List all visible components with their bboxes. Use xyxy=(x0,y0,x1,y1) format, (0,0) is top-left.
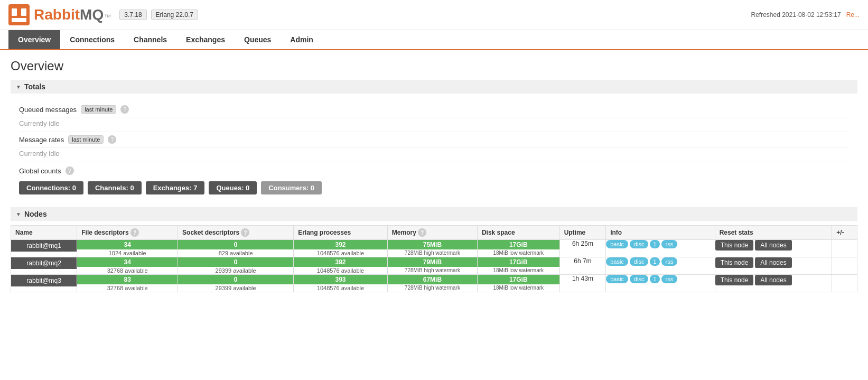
reset-all-nodes[interactable]: All nodes xyxy=(755,257,791,268)
table-row: rabbit@mq2 34 32768 available 0 29399 av… xyxy=(11,257,857,275)
memory-value: 79MiB xyxy=(388,257,477,267)
info-cell: basic disc 1 rss xyxy=(606,275,715,292)
queued-messages-row: Queued messages last minute ? xyxy=(19,102,849,117)
queued-messages-badge: last minute xyxy=(81,105,116,114)
nodes-arrow: ▼ xyxy=(16,211,21,217)
disk-cell: 17GiB 18MiB low watermark xyxy=(477,240,559,257)
reset-this-node[interactable]: This node xyxy=(715,275,754,285)
socket-desc-available: 29399 available xyxy=(178,284,293,292)
nav-admin[interactable]: Admin xyxy=(281,30,323,49)
channels-count[interactable]: Channels: 0 xyxy=(88,181,142,194)
svg-rect-4 xyxy=(17,12,21,16)
socket-desc-value: 0 xyxy=(178,240,293,249)
info-disc[interactable]: disc xyxy=(630,275,649,283)
message-rates-help[interactable]: ? xyxy=(108,135,116,144)
node-name: rabbit@mq2 xyxy=(11,257,77,269)
connections-count[interactable]: Connections: 0 xyxy=(19,181,83,194)
file-desc-cell: 34 1024 available xyxy=(77,240,178,257)
col-memory: Memory ? xyxy=(387,226,477,240)
erlang-value: 392 xyxy=(294,240,387,249)
global-counts-help[interactable]: ? xyxy=(66,166,74,175)
reset-all-nodes[interactable]: All nodes xyxy=(755,275,791,285)
disk-watermark: 18MiB low watermark xyxy=(478,267,559,274)
disk-value: 17GiB xyxy=(478,240,559,249)
col-reset: Reset stats xyxy=(715,226,832,240)
reset-this-node[interactable]: This node xyxy=(715,257,754,268)
col-info: Info xyxy=(606,226,715,240)
info-disc[interactable]: disc xyxy=(630,240,649,248)
table-row: rabbit@mq1 34 1024 available 0 829 avail… xyxy=(11,240,857,257)
message-rates-badge: last minute xyxy=(68,135,104,144)
currently-idle-1: Currently idle xyxy=(19,117,849,132)
socket-desc-value: 0 xyxy=(178,275,293,284)
nav-overview[interactable]: Overview xyxy=(8,30,60,49)
logo-text: RabbitMQ™ xyxy=(34,6,111,23)
reset-this-node[interactable]: This node xyxy=(715,240,754,251)
file-desc-help[interactable]: ? xyxy=(130,228,139,237)
table-row: rabbit@mq3 83 32768 available 0 29399 av… xyxy=(11,275,857,292)
file-desc-available: 32768 available xyxy=(77,284,178,292)
nav-connections[interactable]: Connections xyxy=(60,30,124,49)
svg-rect-1 xyxy=(12,8,17,16)
nav-queues[interactable]: Queues xyxy=(235,30,281,49)
svg-rect-3 xyxy=(12,18,26,22)
memory-help[interactable]: ? xyxy=(418,228,426,237)
refresh-link[interactable]: Re... xyxy=(846,11,860,18)
nodes-section-header[interactable]: ▼ Nodes xyxy=(11,207,857,221)
info-num[interactable]: 1 xyxy=(650,275,659,283)
plus-minus-cell xyxy=(832,275,857,292)
memory-watermark: 728MiB high watermark xyxy=(388,249,477,256)
socket-desc-value: 0 xyxy=(178,257,293,267)
global-counts-row: Global counts ? xyxy=(19,162,849,179)
reset-cell: This node All nodes xyxy=(715,275,832,292)
info-num[interactable]: 1 xyxy=(650,240,659,248)
info-basic[interactable]: basic xyxy=(606,257,628,266)
totals-arrow: ▼ xyxy=(16,84,21,90)
socket-desc-help[interactable]: ? xyxy=(241,228,249,237)
page-title: Overview xyxy=(11,59,857,73)
memory-watermark: 728MiB high watermark xyxy=(388,267,477,274)
socket-desc-cell: 0 29399 available xyxy=(178,275,294,292)
info-disc[interactable]: disc xyxy=(630,257,649,266)
disk-watermark: 18MiB low watermark xyxy=(478,249,559,256)
queues-count[interactable]: Queues: 0 xyxy=(209,181,257,194)
disk-cell: 17GiB 18MiB low watermark xyxy=(477,257,559,275)
reset-all-nodes[interactable]: All nodes xyxy=(755,240,791,251)
info-num[interactable]: 1 xyxy=(650,257,659,266)
file-desc-cell: 34 32768 available xyxy=(77,257,178,275)
col-plus-minus: +/- xyxy=(832,226,857,240)
memory-cell: 79MiB 728MiB high watermark xyxy=(387,257,477,275)
uptime-cell: 6h 25m xyxy=(559,240,606,257)
erlang-available: 1048576 available xyxy=(294,249,387,257)
queued-messages-label: Queued messages xyxy=(19,106,77,114)
file-desc-value: 34 xyxy=(77,240,178,249)
info-basic[interactable]: basic xyxy=(606,240,628,248)
nav-exchanges[interactable]: Exchanges xyxy=(176,30,235,49)
disk-value: 17GiB xyxy=(478,257,559,267)
consumers-count[interactable]: Consumers: 0 xyxy=(261,181,322,194)
logo: RabbitMQ™ 3.7.18 Erlang 22.0.7 xyxy=(8,4,198,25)
socket-desc-cell: 0 29399 available xyxy=(178,257,294,275)
refresh-info: Refreshed 2021-08-02 12:53:17 Re... xyxy=(751,11,860,18)
info-basic[interactable]: basic xyxy=(606,275,628,283)
totals-section-header[interactable]: ▼ Totals xyxy=(11,80,857,94)
queued-messages-help[interactable]: ? xyxy=(120,105,129,114)
info-rss[interactable]: rss xyxy=(661,240,678,248)
info-rss[interactable]: rss xyxy=(661,275,678,283)
exchanges-count[interactable]: Exchanges: 7 xyxy=(146,181,205,194)
info-rss[interactable]: rss xyxy=(661,257,678,266)
reset-cell: This node All nodes xyxy=(715,240,832,257)
file-desc-cell: 83 32768 available xyxy=(77,275,178,292)
erlang-value: 393 xyxy=(294,275,387,284)
erlang-value: 392 xyxy=(294,257,387,267)
global-counts-label: Global counts xyxy=(19,167,61,175)
file-desc-available: 32768 available xyxy=(77,267,178,274)
erlang-cell: 393 1048576 available xyxy=(294,275,388,292)
nav-channels[interactable]: Channels xyxy=(124,30,176,49)
disk-watermark: 18MiB low watermark xyxy=(478,284,559,291)
page-header: RabbitMQ™ 3.7.18 Erlang 22.0.7 Refreshed… xyxy=(0,0,868,30)
socket-desc-available: 829 available xyxy=(178,249,293,257)
version-badge: 3.7.18 xyxy=(119,10,146,20)
totals-content: Queued messages last minute ? Currently … xyxy=(11,98,857,201)
erlang-badge: Erlang 22.0.7 xyxy=(151,10,198,20)
